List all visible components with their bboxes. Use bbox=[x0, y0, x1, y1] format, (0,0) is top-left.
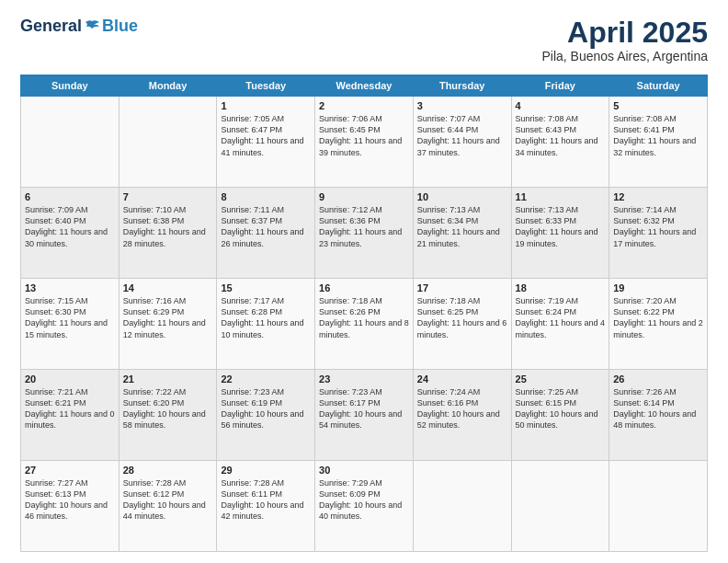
day-number: 12 bbox=[613, 191, 703, 202]
calendar-table: Sunday Monday Tuesday Wednesday Thursday… bbox=[20, 75, 708, 552]
cell-content: Sunrise: 7:23 AM Sunset: 6:17 PM Dayligh… bbox=[319, 386, 409, 431]
table-row: 29Sunrise: 7:28 AM Sunset: 6:11 PM Dayli… bbox=[217, 461, 315, 552]
table-row: 18Sunrise: 7:19 AM Sunset: 6:24 PM Dayli… bbox=[511, 279, 609, 370]
cell-content: Sunrise: 7:06 AM Sunset: 6:45 PM Dayligh… bbox=[319, 113, 409, 158]
day-number: 7 bbox=[123, 191, 213, 202]
day-number: 25 bbox=[516, 373, 606, 385]
day-number: 18 bbox=[516, 282, 606, 293]
cell-content: Sunrise: 7:27 AM Sunset: 6:13 PM Dayligh… bbox=[25, 477, 115, 523]
cell-content: Sunrise: 7:08 AM Sunset: 6:41 PM Dayligh… bbox=[613, 113, 703, 158]
cell-content: Sunrise: 7:05 AM Sunset: 6:47 PM Dayligh… bbox=[221, 113, 311, 158]
table-row: 3Sunrise: 7:07 AM Sunset: 6:44 PM Daylig… bbox=[413, 97, 511, 188]
logo-general: General bbox=[20, 17, 82, 36]
day-number: 16 bbox=[319, 282, 409, 293]
table-row: 26Sunrise: 7:26 AM Sunset: 6:14 PM Dayli… bbox=[609, 370, 708, 461]
day-number: 17 bbox=[417, 282, 507, 293]
table-row: 4Sunrise: 7:08 AM Sunset: 6:43 PM Daylig… bbox=[511, 97, 609, 188]
cell-content: Sunrise: 7:16 AM Sunset: 6:29 PM Dayligh… bbox=[123, 295, 213, 340]
cell-content: Sunrise: 7:08 AM Sunset: 6:43 PM Dayligh… bbox=[516, 113, 606, 158]
calendar-header-row: Sunday Monday Tuesday Wednesday Thursday… bbox=[21, 75, 708, 97]
cell-content: Sunrise: 7:12 AM Sunset: 6:36 PM Dayligh… bbox=[319, 204, 409, 249]
day-number: 10 bbox=[417, 191, 507, 202]
cell-content: Sunrise: 7:14 AM Sunset: 6:32 PM Dayligh… bbox=[613, 204, 703, 249]
table-row: 23Sunrise: 7:23 AM Sunset: 6:17 PM Dayli… bbox=[315, 370, 414, 461]
cell-content: Sunrise: 7:29 AM Sunset: 6:09 PM Dayligh… bbox=[319, 477, 409, 523]
title-area: April 2025 Pila, Buenos Aires, Argentina bbox=[541, 17, 708, 63]
day-number: 21 bbox=[123, 373, 213, 385]
table-row bbox=[21, 97, 119, 188]
table-row: 20Sunrise: 7:21 AM Sunset: 6:21 PM Dayli… bbox=[21, 370, 119, 461]
cell-content: Sunrise: 7:25 AM Sunset: 6:15 PM Dayligh… bbox=[516, 386, 606, 431]
col-friday: Friday bbox=[511, 75, 609, 97]
cell-content: Sunrise: 7:09 AM Sunset: 6:40 PM Dayligh… bbox=[25, 204, 115, 249]
day-number: 9 bbox=[319, 191, 409, 202]
logo-blue: Blue bbox=[102, 17, 138, 36]
day-number: 29 bbox=[221, 465, 311, 476]
table-row: 22Sunrise: 7:23 AM Sunset: 6:19 PM Dayli… bbox=[217, 370, 315, 461]
cell-content: Sunrise: 7:10 AM Sunset: 6:38 PM Dayligh… bbox=[123, 204, 213, 249]
cell-content: Sunrise: 7:18 AM Sunset: 6:25 PM Dayligh… bbox=[417, 295, 507, 340]
col-tuesday: Tuesday bbox=[217, 75, 315, 97]
calendar-week-row: 6Sunrise: 7:09 AM Sunset: 6:40 PM Daylig… bbox=[21, 188, 708, 279]
cell-content: Sunrise: 7:22 AM Sunset: 6:20 PM Dayligh… bbox=[123, 386, 213, 431]
table-row: 17Sunrise: 7:18 AM Sunset: 6:25 PM Dayli… bbox=[413, 279, 511, 370]
day-number: 11 bbox=[516, 191, 606, 202]
cell-content: Sunrise: 7:23 AM Sunset: 6:19 PM Dayligh… bbox=[221, 386, 311, 431]
day-number: 20 bbox=[25, 373, 115, 385]
day-number: 22 bbox=[221, 373, 311, 385]
table-row: 24Sunrise: 7:24 AM Sunset: 6:16 PM Dayli… bbox=[413, 370, 511, 461]
day-number: 23 bbox=[319, 373, 409, 385]
table-row: 13Sunrise: 7:15 AM Sunset: 6:30 PM Dayli… bbox=[21, 279, 119, 370]
calendar-week-row: 20Sunrise: 7:21 AM Sunset: 6:21 PM Dayli… bbox=[21, 370, 708, 461]
table-row bbox=[511, 461, 609, 552]
table-row: 2Sunrise: 7:06 AM Sunset: 6:45 PM Daylig… bbox=[315, 97, 414, 188]
cell-content: Sunrise: 7:24 AM Sunset: 6:16 PM Dayligh… bbox=[417, 386, 507, 431]
cell-content: Sunrise: 7:21 AM Sunset: 6:21 PM Dayligh… bbox=[25, 386, 115, 431]
col-thursday: Thursday bbox=[413, 75, 511, 97]
page-subtitle: Pila, Buenos Aires, Argentina bbox=[541, 49, 708, 63]
day-number: 8 bbox=[221, 191, 311, 202]
table-row: 7Sunrise: 7:10 AM Sunset: 6:38 PM Daylig… bbox=[119, 188, 217, 279]
cell-content: Sunrise: 7:07 AM Sunset: 6:44 PM Dayligh… bbox=[417, 113, 507, 158]
page-title: April 2025 bbox=[541, 17, 708, 49]
day-number: 30 bbox=[319, 465, 409, 476]
table-row bbox=[413, 461, 511, 552]
table-row: 11Sunrise: 7:13 AM Sunset: 6:33 PM Dayli… bbox=[511, 188, 609, 279]
day-number: 28 bbox=[123, 465, 213, 476]
cell-content: Sunrise: 7:28 AM Sunset: 6:11 PM Dayligh… bbox=[221, 477, 311, 523]
cell-content: Sunrise: 7:18 AM Sunset: 6:26 PM Dayligh… bbox=[319, 295, 409, 340]
col-monday: Monday bbox=[119, 75, 217, 97]
col-saturday: Saturday bbox=[609, 75, 708, 97]
day-number: 6 bbox=[25, 191, 115, 202]
day-number: 5 bbox=[613, 100, 703, 111]
calendar-week-row: 1Sunrise: 7:05 AM Sunset: 6:47 PM Daylig… bbox=[21, 97, 708, 188]
cell-content: Sunrise: 7:15 AM Sunset: 6:30 PM Dayligh… bbox=[25, 295, 115, 340]
table-row bbox=[609, 461, 708, 552]
cell-content: Sunrise: 7:26 AM Sunset: 6:14 PM Dayligh… bbox=[613, 386, 703, 431]
table-row: 9Sunrise: 7:12 AM Sunset: 6:36 PM Daylig… bbox=[315, 188, 414, 279]
cell-content: Sunrise: 7:13 AM Sunset: 6:33 PM Dayligh… bbox=[516, 204, 606, 249]
table-row: 19Sunrise: 7:20 AM Sunset: 6:22 PM Dayli… bbox=[609, 279, 708, 370]
table-row: 5Sunrise: 7:08 AM Sunset: 6:41 PM Daylig… bbox=[609, 97, 708, 188]
table-row: 15Sunrise: 7:17 AM Sunset: 6:28 PM Dayli… bbox=[217, 279, 315, 370]
cell-content: Sunrise: 7:13 AM Sunset: 6:34 PM Dayligh… bbox=[417, 204, 507, 249]
table-row: 14Sunrise: 7:16 AM Sunset: 6:29 PM Dayli… bbox=[119, 279, 217, 370]
logo: General Blue bbox=[20, 17, 138, 36]
col-wednesday: Wednesday bbox=[315, 75, 414, 97]
cell-content: Sunrise: 7:20 AM Sunset: 6:22 PM Dayligh… bbox=[613, 295, 703, 340]
day-number: 14 bbox=[123, 282, 213, 293]
table-row: 6Sunrise: 7:09 AM Sunset: 6:40 PM Daylig… bbox=[21, 188, 119, 279]
calendar-week-row: 13Sunrise: 7:15 AM Sunset: 6:30 PM Dayli… bbox=[21, 279, 708, 370]
day-number: 26 bbox=[613, 373, 703, 385]
table-row: 30Sunrise: 7:29 AM Sunset: 6:09 PM Dayli… bbox=[315, 461, 414, 552]
day-number: 4 bbox=[516, 100, 606, 111]
header: General Blue April 2025 Pila, Buenos Air… bbox=[20, 17, 708, 63]
table-row: 27Sunrise: 7:27 AM Sunset: 6:13 PM Dayli… bbox=[21, 461, 119, 552]
table-row: 10Sunrise: 7:13 AM Sunset: 6:34 PM Dayli… bbox=[413, 188, 511, 279]
table-row: 16Sunrise: 7:18 AM Sunset: 6:26 PM Dayli… bbox=[315, 279, 414, 370]
table-row bbox=[119, 97, 217, 188]
day-number: 24 bbox=[417, 373, 507, 385]
cell-content: Sunrise: 7:19 AM Sunset: 6:24 PM Dayligh… bbox=[516, 295, 606, 340]
table-row: 8Sunrise: 7:11 AM Sunset: 6:37 PM Daylig… bbox=[217, 188, 315, 279]
calendar-week-row: 27Sunrise: 7:27 AM Sunset: 6:13 PM Dayli… bbox=[21, 461, 708, 552]
